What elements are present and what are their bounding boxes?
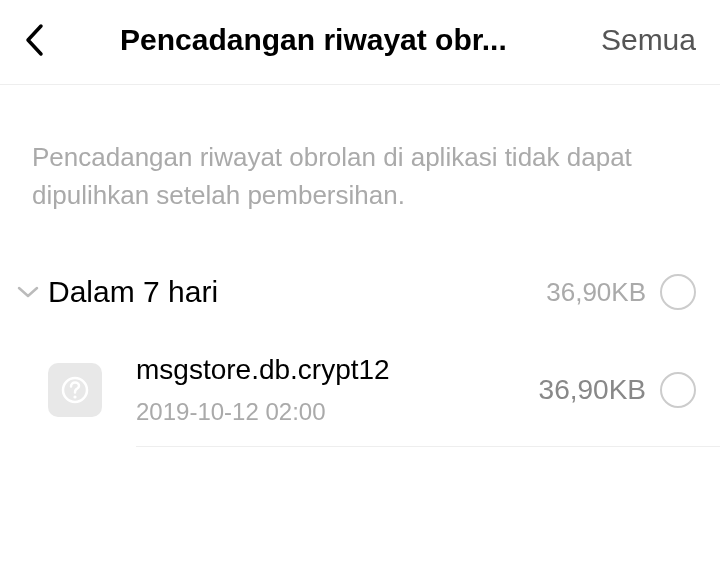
section-title: Dalam 7 hari bbox=[48, 275, 546, 309]
file-date: 2019-10-12 02:00 bbox=[136, 398, 539, 426]
chevron-down-icon[interactable] bbox=[10, 274, 46, 310]
file-type-icon bbox=[48, 363, 102, 417]
file-item[interactable]: msgstore.db.crypt12 2019-10-12 02:00 36,… bbox=[0, 326, 720, 446]
file-checkbox[interactable] bbox=[660, 372, 696, 408]
header-bar: Pencadangan riwayat obr... Semua bbox=[0, 0, 720, 85]
info-text: Pencadangan riwayat obrolan di aplikasi … bbox=[0, 85, 720, 234]
section-size: 36,90KB bbox=[546, 277, 646, 308]
svg-point-1 bbox=[73, 396, 76, 399]
back-icon bbox=[24, 23, 44, 57]
page-title: Pencadangan riwayat obr... bbox=[120, 23, 581, 57]
question-icon bbox=[61, 376, 89, 404]
file-info: msgstore.db.crypt12 2019-10-12 02:00 bbox=[136, 354, 539, 426]
select-all-button[interactable]: Semua bbox=[601, 23, 696, 57]
section-checkbox[interactable] bbox=[660, 274, 696, 310]
divider bbox=[136, 446, 720, 447]
file-name: msgstore.db.crypt12 bbox=[136, 354, 539, 386]
section-header[interactable]: Dalam 7 hari 36,90KB bbox=[0, 234, 720, 326]
back-button[interactable] bbox=[24, 20, 64, 60]
file-size: 36,90KB bbox=[539, 374, 646, 406]
